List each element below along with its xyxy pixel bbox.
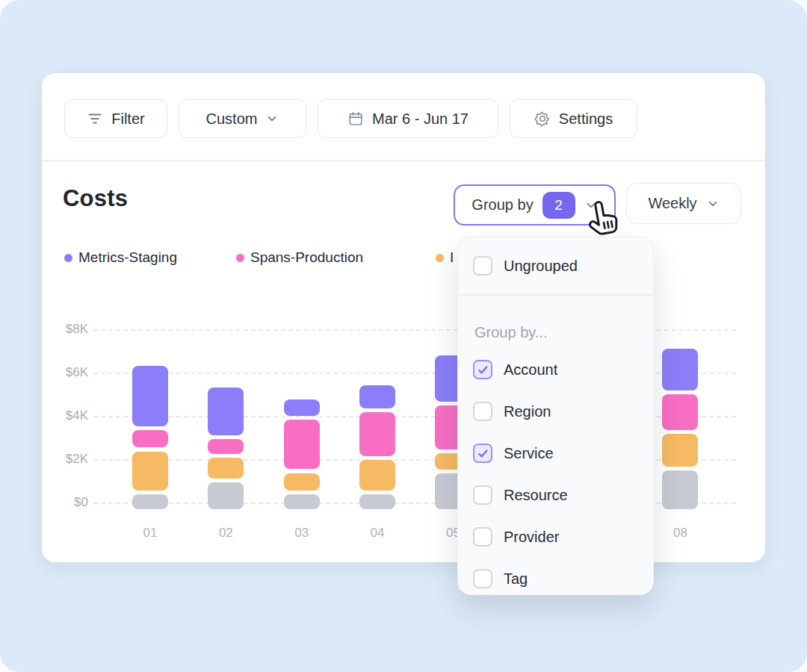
bar-segment-04-3[interactable] [359, 494, 395, 509]
menu-item-provider[interactable]: Provider [458, 516, 653, 558]
bar-segment-02-0[interactable] [208, 388, 244, 435]
legend-dot [236, 254, 244, 262]
legend-item-0[interactable]: Metrics-Staging [64, 249, 177, 266]
menu-item-label: Resource [504, 487, 568, 504]
menu-item-service[interactable]: Service [458, 432, 653, 474]
bar-segment-02-1[interactable] [208, 439, 244, 454]
bar-segment-03-3[interactable] [284, 494, 320, 509]
bar-segment-03-2[interactable] [284, 473, 320, 491]
menu-item-ungrouped[interactable]: Ungrouped [458, 237, 653, 294]
tag-checkbox[interactable] [473, 569, 492, 588]
service-checkbox[interactable] [473, 444, 492, 463]
menu-section-label: Group by... [458, 296, 653, 349]
filter-button-label: Filter [111, 111, 144, 128]
legend-dot [436, 254, 444, 262]
bar-segment-02-3[interactable] [208, 482, 244, 509]
toolbar: Filter Custom Mar 6 - Jun 17 Settings [64, 99, 637, 138]
y-axis-label: $0 [42, 495, 88, 510]
check-icon [477, 364, 489, 376]
bar-segment-01-3[interactable] [132, 494, 168, 509]
bar-segment-08-3[interactable] [662, 470, 698, 509]
bar-segment-08-1[interactable] [662, 394, 698, 430]
costs-panel: Filter Custom Mar 6 - Jun 17 Settings Co… [42, 73, 765, 562]
menu-item-resource[interactable]: Resource [458, 474, 653, 516]
chevron-down-icon [706, 197, 720, 211]
settings-button-label: Settings [559, 111, 613, 128]
y-axis-label: $8K [42, 322, 88, 337]
bar-segment-08-2[interactable] [662, 434, 698, 467]
provider-checkbox[interactable] [473, 527, 492, 547]
custom-dropdown-label: Custom [206, 111, 258, 128]
period-dropdown-button[interactable]: Weekly [626, 183, 741, 224]
date-range-button[interactable]: Mar 6 - Jun 17 [318, 99, 498, 138]
filter-button[interactable]: Filter [64, 99, 167, 138]
check-icon [477, 447, 489, 460]
group-by-dropdown-button[interactable]: Group by 2 [454, 184, 616, 225]
menu-item-label: Ungrouped [504, 258, 578, 275]
menu-item-label: Region [504, 403, 551, 420]
legend-label: Spans-Production [250, 249, 363, 266]
page-title: Costs [63, 185, 128, 212]
y-axis-label: $6K [42, 365, 88, 380]
legend-item-2[interactable]: I [436, 249, 454, 266]
calendar-icon [347, 111, 364, 127]
menu-item-account[interactable]: Account [458, 349, 653, 391]
date-range-label: Mar 6 - Jun 17 [372, 111, 469, 128]
x-axis-label-01: 01 [128, 526, 173, 541]
menu-item-tag[interactable]: Tag [458, 558, 653, 600]
menu-item-label: Tag [504, 570, 528, 588]
x-axis-label-04: 04 [355, 526, 400, 541]
menu-item-label: Service [504, 445, 554, 462]
legend-item-1[interactable]: Spans-Production [236, 249, 363, 266]
bar-segment-03-1[interactable] [284, 420, 320, 470]
legend-label: Metrics-Staging [78, 249, 177, 266]
legend-label: I [450, 249, 454, 266]
period-label: Weekly [648, 195, 696, 212]
region-checkbox[interactable] [473, 402, 492, 421]
x-axis-label-03: 03 [279, 526, 324, 541]
menu-item-region[interactable]: Region [458, 391, 653, 432]
bar-segment-01-0[interactable] [132, 366, 168, 426]
chevron-down-icon [584, 199, 598, 212]
bar-segment-03-0[interactable] [284, 399, 320, 416]
menu-item-label: Provider [504, 529, 559, 546]
account-checkbox[interactable] [473, 360, 492, 379]
toolbar-divider [42, 160, 765, 161]
group-by-label: Group by [471, 196, 533, 214]
legend-dot [64, 254, 72, 262]
gear-icon [534, 111, 551, 127]
menu-item-label: Account [504, 361, 557, 379]
bar-segment-01-1[interactable] [132, 430, 168, 447]
bar-segment-04-1[interactable] [359, 412, 395, 456]
custom-range-dropdown[interactable]: Custom [179, 99, 306, 138]
bar-segment-04-2[interactable] [359, 460, 395, 491]
group-by-count-badge: 2 [542, 192, 575, 219]
settings-button[interactable]: Settings [510, 99, 637, 138]
x-axis-label-08: 08 [658, 526, 702, 541]
x-axis-label-02: 02 [203, 526, 248, 541]
ungrouped-checkbox[interactable] [473, 256, 492, 276]
filter-icon [87, 111, 103, 127]
y-axis-label: $4K [42, 408, 88, 423]
bar-segment-04-0[interactable] [359, 385, 395, 408]
bar-segment-08-0[interactable] [662, 349, 698, 391]
chevron-down-icon [265, 112, 279, 125]
group-by-menu: Ungrouped Group by... AccountRegionServi… [457, 237, 654, 595]
bar-segment-01-2[interactable] [132, 452, 168, 491]
stacked-bar-chart: $8K$6K$4K$2K$0010203040508 [42, 73, 765, 562]
resource-checkbox[interactable] [473, 485, 492, 505]
y-axis-label: $2K [42, 452, 88, 467]
bar-segment-02-2[interactable] [208, 458, 244, 479]
